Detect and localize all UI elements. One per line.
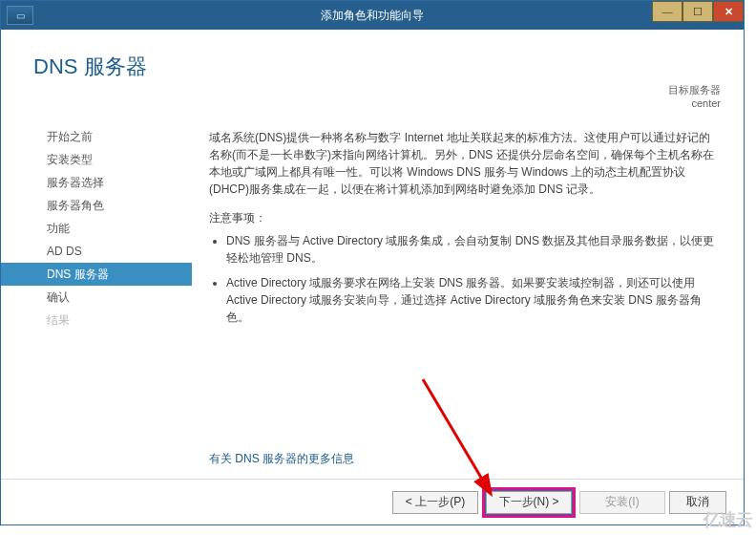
sidebar-item-confirmation[interactable]: 确认 — [1, 286, 192, 309]
window-title: 添加角色和功能向导 — [1, 8, 744, 24]
sidebar-item-install-type[interactable]: 安装类型 — [1, 148, 192, 171]
install-button: 安装(I) — [579, 491, 665, 514]
content-area: DNS 服务器 目标服务器 center 开始之前 安装类型 服务器选择 服务器… — [1, 30, 744, 479]
target-server-label: 目标服务器 center — [668, 83, 721, 110]
more-info-link[interactable]: 有关 DNS 服务器的更多信息 — [209, 450, 354, 467]
maximize-button[interactable]: ☐ — [682, 1, 713, 22]
page-title: DNS 服务器 — [33, 53, 147, 81]
next-button[interactable]: 下一步(N) > — [486, 491, 572, 514]
note-item: Active Directory 域服务要求在网络上安装 DNS 服务器。如果要… — [226, 274, 721, 326]
main-panel: 域名系统(DNS)提供一种将名称与数字 Internet 地址关联起来的标准方法… — [209, 129, 721, 333]
sidebar-item-server-roles[interactable]: 服务器角色 — [1, 194, 192, 217]
annotation-highlight-next: 下一步(N) > — [482, 487, 576, 518]
target-label: 目标服务器 — [668, 83, 721, 96]
description-paragraph: 域名系统(DNS)提供一种将名称与数字 Internet 地址关联起来的标准方法… — [209, 129, 721, 198]
sidebar-item-adds[interactable]: AD DS — [1, 240, 192, 263]
sidebar-item-results: 结果 — [1, 309, 192, 332]
step-sidebar: 开始之前 安装类型 服务器选择 服务器角色 功能 AD DS DNS 服务器 确… — [1, 125, 192, 332]
sidebar-item-server-selection[interactable]: 服务器选择 — [1, 171, 192, 194]
note-item: DNS 服务器与 Active Directory 域服务集成，会自动复制 DN… — [226, 232, 721, 267]
minimize-button[interactable]: — — [652, 1, 682, 22]
sidebar-item-dns-server[interactable]: DNS 服务器 — [1, 263, 192, 286]
previous-button[interactable]: < 上一步(P) — [392, 491, 478, 514]
footer-bar: < 上一步(P) 下一步(N) > 安装(I) 取消 — [1, 479, 744, 524]
wizard-window: ▭ 添加角色和功能向导 — ☐ ✕ DNS 服务器 目标服务器 center 开… — [0, 0, 745, 525]
notes-label: 注意事项： — [209, 209, 721, 226]
close-button[interactable]: ✕ — [713, 1, 744, 22]
titlebar: ▭ 添加角色和功能向导 — ☐ ✕ — [1, 1, 744, 30]
target-name: center — [668, 96, 721, 110]
window-buttons: — ☐ ✕ — [652, 1, 744, 22]
notes-list: DNS 服务器与 Active Directory 域服务集成，会自动复制 DN… — [209, 232, 721, 326]
watermark: 亿速云 — [704, 508, 752, 531]
sidebar-item-features[interactable]: 功能 — [1, 217, 192, 240]
sidebar-item-before-begin[interactable]: 开始之前 — [1, 125, 192, 148]
